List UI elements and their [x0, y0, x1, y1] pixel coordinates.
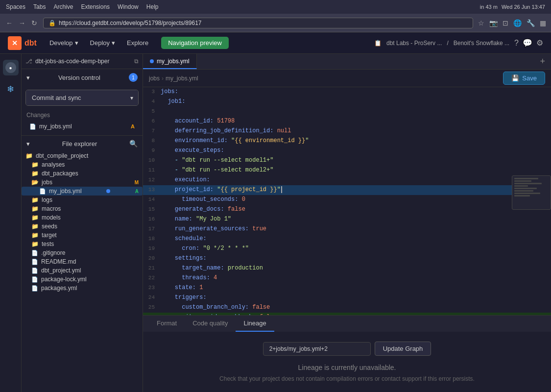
line-content[interactable]: git_provider_webhook: false	[161, 313, 551, 315]
tree-item-target[interactable]: 📁 target	[22, 231, 143, 240]
address-bar[interactable]: 🔒 https://cloud.getdbt.com/develop/51798…	[43, 18, 473, 28]
tree-item-analyses[interactable]: 📁 analyses	[22, 160, 143, 169]
tree-item-seeds[interactable]: 📁 seeds	[22, 222, 143, 231]
mini-preview	[512, 175, 551, 210]
tree-item-jobs[interactable]: 📂 jobs M	[22, 178, 143, 187]
menu-help[interactable]: Help	[146, 3, 159, 10]
file-explorer-header[interactable]: ▾ File explorer 🔍	[22, 136, 143, 151]
screenshot-icon[interactable]: 📷	[488, 18, 499, 28]
tree-item-packages-yml[interactable]: 📄 packages.yml	[22, 284, 143, 293]
line-content[interactable]: deferring_job_definition_id: null	[161, 126, 551, 136]
tree-item-gitignore[interactable]: 📄 .gitignore	[22, 248, 143, 257]
reload-button[interactable]: ↻	[29, 18, 39, 28]
line-content[interactable]: job1:	[161, 97, 551, 106]
forward-button[interactable]: →	[17, 18, 27, 28]
file-search-button[interactable]: 🔍	[129, 140, 138, 147]
line-content[interactable]: state: 1	[161, 283, 551, 293]
line-content[interactable]: environment_id: "{{ environment_id }}"	[161, 136, 551, 146]
menu-tabs[interactable]: Tabs	[33, 3, 46, 10]
breadcrumb-file[interactable]: my_jobs.yml	[166, 75, 198, 82]
bookmark-icon[interactable]: ☆	[477, 18, 485, 28]
menu-archive[interactable]: Archive	[53, 3, 73, 10]
line-content[interactable]: schedule:	[161, 234, 551, 244]
file-icon-sm: 📄	[31, 268, 38, 274]
line-content[interactable]: custom_branch_only: false	[161, 303, 551, 312]
sidebar-snowflake-icon[interactable]: ❄	[3, 81, 19, 97]
line-content[interactable]: generate_docs: false	[161, 205, 551, 214]
help-icon[interactable]: ?	[514, 38, 519, 48]
changed-file-item[interactable]: 📄 my_jobs.yml A	[26, 122, 138, 131]
line-content[interactable]: execute_steps:	[161, 146, 551, 155]
folder-icon: 📁	[31, 196, 39, 203]
commit-dropdown-button[interactable]: ▾	[125, 90, 138, 105]
line-content[interactable]: account_id: 51798	[161, 117, 551, 126]
bottom-tabs[interactable]: Format Code quality Lineage	[143, 316, 551, 332]
add-tab-button[interactable]: +	[534, 54, 551, 69]
code-line-15: 15 generate_docs: false	[143, 205, 551, 215]
translate-icon[interactable]: 🌐	[512, 18, 523, 28]
line-content[interactable]: execution:	[161, 175, 551, 185]
os-bar: Spaces Tabs Archive Extensions Window He…	[0, 0, 551, 14]
line-content[interactable]: run_generate_sources: true	[161, 224, 551, 234]
pip-icon[interactable]: ⊡	[502, 18, 509, 28]
project-name[interactable]: Benoit's Snowflake ...	[454, 40, 509, 47]
line-content[interactable]: target_name: production	[161, 264, 551, 273]
commit-sync-button[interactable]: Commit and sync	[26, 90, 125, 105]
line-content[interactable]: project_id: "{{ project_id }}"	[161, 185, 551, 195]
tree-item-package-lock-yml[interactable]: 📄 package-lock.yml	[22, 275, 143, 284]
line-content[interactable]: triggers:	[161, 293, 551, 302]
sidebar-git-icon[interactable]: ●	[3, 60, 19, 75]
tree-item-dbt-packages[interactable]: 📁 dbt_packages	[22, 169, 143, 178]
tree-label: seeds	[42, 223, 57, 230]
sidebar-toggle-icon[interactable]: ▦	[539, 18, 547, 28]
extensions-icon[interactable]: 🔧	[526, 18, 536, 28]
lineage-input[interactable]	[263, 342, 371, 356]
nav-preview-button[interactable]: Navigation preview	[161, 37, 229, 49]
line-content[interactable]: timeout_seconds: 0	[161, 195, 551, 204]
nav-develop[interactable]: Develop ▾	[45, 37, 83, 49]
nav-deploy[interactable]: Deploy ▾	[85, 37, 120, 49]
code-editor[interactable]: 3 jobs: 4 job1: 5 6 account_id: 51798 7	[143, 87, 551, 315]
line-content[interactable]: threads: 4	[161, 273, 551, 283]
menu-window[interactable]: Window	[118, 3, 139, 10]
code-line-17: 17 run_generate_sources: true	[143, 224, 551, 234]
tree-item-readme[interactable]: 📄 README.md	[22, 257, 143, 266]
settings-icon[interactable]: ⚙	[536, 38, 543, 48]
chat-icon[interactable]: 💬	[523, 38, 532, 48]
browser-nav-buttons[interactable]: ← → ↻	[4, 18, 39, 28]
tab-lineage[interactable]: Lineage	[236, 316, 274, 332]
version-control-header[interactable]: ▾ Version control 1	[22, 69, 143, 86]
tree-item-dbt-project-yml[interactable]: 📄 dbt_project.yml	[22, 266, 143, 275]
tree-item-tests[interactable]: 📁 tests	[22, 240, 143, 248]
tree-item-macros[interactable]: 📁 macros	[22, 204, 143, 213]
tree-item-dbt-compile-project[interactable]: 📁 dbt_compile_project	[22, 151, 143, 160]
os-menu-bar[interactable]: Spaces Tabs Archive Extensions Window He…	[6, 3, 158, 10]
tree-item-logs[interactable]: 📁 logs	[22, 196, 143, 204]
menu-spaces[interactable]: Spaces	[6, 3, 25, 10]
save-button[interactable]: 💾 Save	[503, 72, 545, 85]
header-icons[interactable]: ? 💬 ⚙	[514, 38, 543, 48]
menu-extensions[interactable]: Extensions	[81, 3, 110, 10]
tab-code-quality[interactable]: Code quality	[185, 316, 236, 332]
breadcrumb-jobs[interactable]: jobs	[149, 75, 160, 82]
copy-branch-button[interactable]: ⧉	[134, 58, 139, 65]
tab-my-jobs-yml[interactable]: my_jobs.yml	[143, 54, 197, 69]
line-content[interactable]: name: "My Job 1"	[161, 215, 551, 224]
line-content[interactable]: - "dbt run --select model1+"	[161, 156, 551, 165]
code-line-23: 23 state: 1	[143, 283, 551, 293]
branch-selector[interactable]: ⎇ dbt-jobs-as-code-demp-bper ⧉	[22, 54, 143, 69]
nav-explore[interactable]: Explore	[122, 37, 153, 49]
commit-button-group[interactable]: Commit and sync ▾	[25, 90, 139, 106]
workspace-name[interactable]: dbt Labs - ProServ ...	[386, 40, 442, 47]
browser-actions[interactable]: ☆ 📷 ⊡ 🌐 🔧 ▦	[477, 18, 547, 28]
back-button[interactable]: ←	[4, 18, 15, 28]
line-content[interactable]: - "dbt run --select model2+"	[161, 166, 551, 175]
header-nav[interactable]: Develop ▾ Deploy ▾ Explore	[45, 37, 153, 49]
line-content[interactable]: settings:	[161, 254, 551, 263]
tree-item-models[interactable]: 📁 models	[22, 213, 143, 222]
update-graph-button[interactable]: Update Graph	[375, 342, 431, 356]
line-content[interactable]: cron: "0 */2 * * *"	[161, 244, 551, 253]
tab-format[interactable]: Format	[149, 316, 185, 332]
tree-item-my-jobs-yml[interactable]: 📄 my_jobs.yml A	[22, 187, 143, 196]
line-content[interactable]: jobs:	[161, 87, 551, 97]
